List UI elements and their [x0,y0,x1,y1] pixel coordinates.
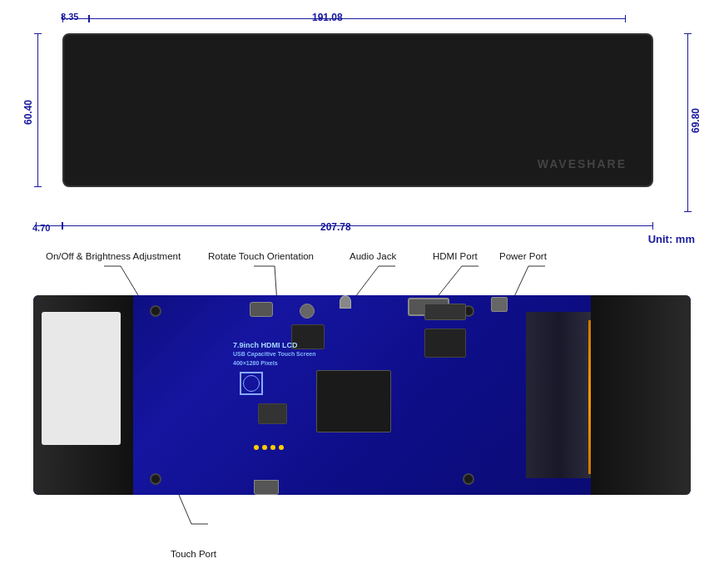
pcb-pixels: 400×1280 Pixels [233,360,278,366]
mount-hole-tl [150,305,161,317]
audio-jack-component [340,295,351,309]
svg-line-10 [179,495,191,524]
yellow-conn-1 [254,445,259,450]
label-on-off: On/Off & Brightness Adjustment [46,251,181,261]
lcd-display: WAVESHARE [62,33,653,187]
dim-207-line [62,225,653,226]
touch-port-component [254,480,279,495]
dim-191-label: 191.08 [312,12,343,23]
dim-69-label: 69.80 [690,108,702,133]
dim-69-line [687,33,688,212]
power-port-component [491,297,508,312]
bottom-section: On/Off & Brightness Adjustment Rotate To… [21,250,703,557]
yellow-conn-2 [262,445,267,450]
dim-60-label: 60.40 [22,100,34,125]
onoff-button [250,302,273,317]
label-touch-port: Touch Port [171,549,216,559]
main-chip [316,370,391,432]
annotation-row: On/Off & Brightness Adjustment Rotate To… [21,250,703,295]
waveshare-logo-circle [240,372,263,395]
mount-hole-br [463,473,474,485]
pcb-subtitle: USB Capacitive Touch Screen [233,351,315,357]
rotate-touch-button [300,304,315,319]
waveshare-watermark: WAVESHARE [538,157,627,170]
top-diagram: 8.35 191.08 WAVESHARE 60.40 69.80 4.70 2… [21,8,703,250]
pcb-left-frame [33,295,133,495]
yellow-conn-3 [270,445,275,450]
small-chip-2 [424,329,466,358]
yellow-conn-4 [279,445,284,450]
label-power-port: Power Port [499,251,547,261]
page-container: 8.35 191.08 WAVESHARE 60.40 69.80 4.70 2… [0,0,724,588]
label-hdmi-port: HDMI Port [433,251,478,261]
pcb-connector-white [42,312,121,445]
dim-191-line [89,18,626,19]
pcb-title: 7.9inch HDMI LCD [233,341,298,349]
label-rotate-touch: Rotate Touch Orientation [208,251,314,261]
dim-470-label: 4.70 [32,223,50,233]
pcb-board: 7.9inch HDMI LCD USB Capacitive Touch Sc… [33,295,691,495]
circuit-traces: 7.9inch HDMI LCD USB Capacitive Touch Sc… [133,295,591,495]
mount-hole-bl [150,473,161,485]
pcb-right-frame [591,295,691,495]
dim-835-label: 8.35 [61,12,78,22]
dim-60-line [37,33,38,187]
logo-inner [243,375,260,392]
small-chip-3 [258,403,287,424]
dim-207-label: 207.78 [320,221,351,233]
label-audio-jack: Audio Jack [350,251,396,261]
unit-label: Unit: mm [648,233,695,245]
display-connector [424,304,466,320]
